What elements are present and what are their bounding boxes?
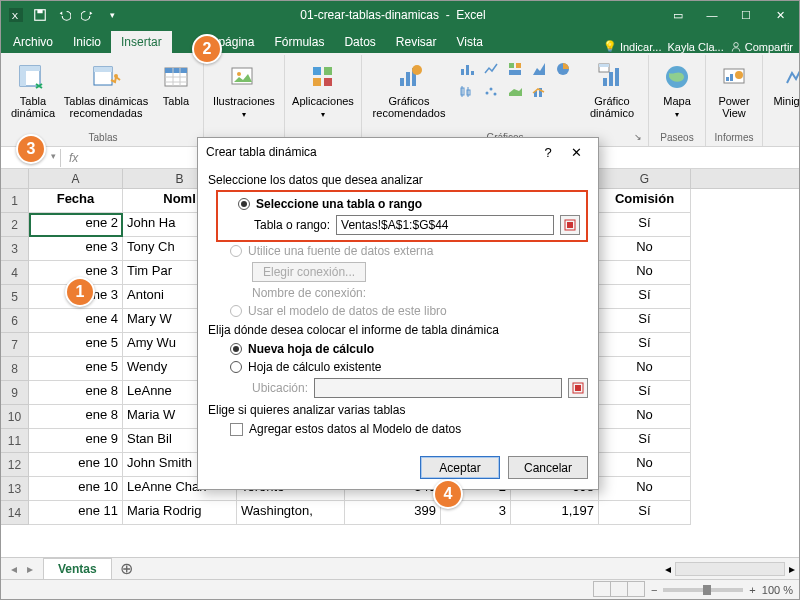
minimize-icon[interactable]: — — [697, 5, 727, 25]
cell[interactable]: ene 4 — [29, 309, 123, 333]
tab-file[interactable]: Archivo — [3, 31, 63, 53]
row-head[interactable]: 4 — [1, 261, 29, 285]
ribbon-display-icon[interactable]: ▭ — [663, 5, 693, 25]
sparkline-button[interactable]: Minigráfic — [769, 57, 800, 119]
pie-chart-icon[interactable] — [552, 59, 574, 79]
new-sheet-button[interactable]: ⊕ — [112, 559, 141, 578]
tab-data[interactable]: Datos — [334, 31, 385, 53]
cell[interactable]: No — [599, 237, 691, 261]
zoom-slider[interactable] — [663, 588, 743, 592]
redo-icon[interactable] — [77, 4, 99, 26]
location-picker-icon[interactable] — [568, 378, 588, 398]
illustrations-button[interactable]: Ilustraciones▾ — [210, 57, 278, 120]
combo-chart-icon[interactable] — [528, 81, 550, 101]
cancel-button[interactable]: Cancelar — [508, 456, 588, 479]
radio-select-range[interactable] — [238, 198, 250, 210]
cell[interactable]: No — [599, 453, 691, 477]
cell[interactable]: Sí — [599, 501, 691, 525]
maximize-icon[interactable]: ☐ — [731, 5, 761, 25]
row-head[interactable]: 9 — [1, 381, 29, 405]
cell[interactable]: No — [599, 405, 691, 429]
range-picker-icon[interactable] — [560, 215, 580, 235]
tell-me[interactable]: 💡 Indicar... — [603, 40, 662, 53]
hierarchy-chart-icon[interactable] — [504, 59, 526, 79]
zoom-level[interactable]: 100 % — [762, 584, 793, 596]
checkbox-add-model[interactable] — [230, 423, 243, 436]
apps-button[interactable]: Aplicaciones▾ — [291, 57, 355, 120]
row-head[interactable]: 10 — [1, 405, 29, 429]
row-head[interactable]: 8 — [1, 357, 29, 381]
save-icon[interactable] — [29, 4, 51, 26]
col-G[interactable]: G — [599, 169, 691, 188]
row-head[interactable]: 11 — [1, 429, 29, 453]
range-input[interactable] — [336, 215, 554, 235]
sheet-nav-next-icon[interactable]: ▸ — [23, 562, 37, 576]
cell[interactable]: 1,197 — [511, 501, 599, 525]
row-head[interactable]: 1 — [1, 189, 29, 213]
cell[interactable]: Fecha — [29, 189, 123, 213]
tab-insert[interactable]: Insertar — [111, 31, 172, 53]
scatter-chart-icon[interactable] — [480, 81, 502, 101]
stats-chart-icon[interactable] — [456, 81, 478, 101]
col-A[interactable]: A — [29, 169, 123, 188]
user-name[interactable]: Kayla Cla... — [667, 41, 723, 53]
sheet-tab-ventas[interactable]: Ventas — [43, 558, 112, 579]
radio-external[interactable] — [230, 245, 242, 257]
recommended-pivot-button[interactable]: Tablas dinámicas recomendadas — [63, 57, 149, 119]
tab-home[interactable]: Inicio — [63, 31, 111, 53]
surface-chart-icon[interactable] — [504, 81, 526, 101]
view-buttons[interactable] — [594, 581, 645, 599]
table-button[interactable]: Tabla — [155, 57, 197, 119]
zoom-out-icon[interactable]: − — [651, 584, 657, 596]
cell[interactable]: ene 8 — [29, 381, 123, 405]
radio-existing-sheet[interactable] — [230, 361, 242, 373]
cell[interactable]: ene 5 — [29, 357, 123, 381]
row-head[interactable]: 6 — [1, 309, 29, 333]
cell[interactable]: ene 10 — [29, 477, 123, 501]
recommended-charts-button[interactable]: Gráficos recomendados — [368, 57, 450, 119]
select-all-corner[interactable] — [1, 169, 29, 188]
cell[interactable]: Sí — [599, 213, 691, 237]
row-head[interactable]: 5 — [1, 285, 29, 309]
cell[interactable]: ene 9 — [29, 429, 123, 453]
cell[interactable]: Comisión — [599, 189, 691, 213]
row-head[interactable]: 14 — [1, 501, 29, 525]
cell[interactable]: ene 11 — [29, 501, 123, 525]
ok-button[interactable]: Aceptar — [420, 456, 500, 479]
bar-chart-icon[interactable] — [456, 59, 478, 79]
horizontal-scrollbar[interactable]: ◂▸ — [661, 562, 799, 576]
cell[interactable]: ene 5 — [29, 333, 123, 357]
area-chart-icon[interactable] — [528, 59, 550, 79]
cell[interactable]: No — [599, 357, 691, 381]
fx-icon[interactable]: fx — [61, 151, 86, 165]
row-head[interactable]: 13 — [1, 477, 29, 501]
cell[interactable]: Washington, — [237, 501, 345, 525]
cell[interactable]: Sí — [599, 429, 691, 453]
tab-formulas[interactable]: Fórmulas — [264, 31, 334, 53]
undo-icon[interactable] — [53, 4, 75, 26]
cell[interactable]: Sí — [599, 381, 691, 405]
sheet-nav-prev-icon[interactable]: ◂ — [7, 562, 21, 576]
row-head[interactable]: 12 — [1, 453, 29, 477]
line-chart-icon[interactable] — [480, 59, 502, 79]
cell[interactable]: ene 8 — [29, 405, 123, 429]
pivot-chart-button[interactable]: Gráfico dinámico — [582, 57, 642, 119]
row-head[interactable]: 7 — [1, 333, 29, 357]
cell[interactable]: Sí — [599, 333, 691, 357]
cell[interactable]: ene 10 — [29, 453, 123, 477]
pivot-table-button[interactable]: Tabla dinámica — [9, 57, 57, 119]
dialog-help-icon[interactable]: ? — [534, 145, 562, 160]
row-head[interactable]: 2 — [1, 213, 29, 237]
radio-new-sheet[interactable] — [230, 343, 242, 355]
cell[interactable]: 399 — [345, 501, 441, 525]
dialog-close-icon[interactable]: ✕ — [562, 145, 590, 160]
row-head[interactable]: 3 — [1, 237, 29, 261]
cell[interactable]: No — [599, 261, 691, 285]
tab-review[interactable]: Revisar — [386, 31, 447, 53]
share-button[interactable]: Compartir — [730, 41, 793, 53]
cell[interactable]: Sí — [599, 285, 691, 309]
close-icon[interactable]: ✕ — [765, 5, 795, 25]
qat-dropdown-icon[interactable]: ▾ — [101, 4, 123, 26]
cell[interactable]: Sí — [599, 309, 691, 333]
map-button[interactable]: Mapa▾ — [655, 57, 699, 120]
